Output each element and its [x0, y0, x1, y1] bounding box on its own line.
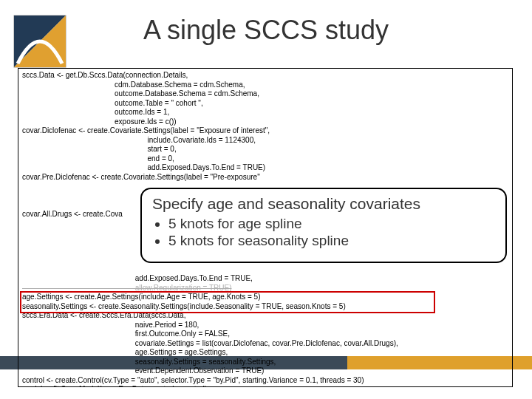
- code-line: start = 0,: [22, 145, 177, 153]
- callout-bullet: 5 knots for age spline: [168, 216, 495, 232]
- code-line: control <- create.Control(cv.Type = "aut…: [22, 376, 364, 384]
- callout-list: 5 knots for age spline 5 knots for seaso…: [152, 216, 495, 249]
- code-line: age.Settings = age.Settings,: [22, 348, 228, 356]
- code-line: first.Outcome.Only = FALSE,: [22, 330, 230, 338]
- code-line: naive.Period = 180,: [22, 321, 199, 329]
- code-line: include.Covariate.Ids = 1124300,: [22, 136, 256, 144]
- code-line-struck: allow.Regularization = TRUE): [22, 284, 232, 292]
- code-line: covar.Diclofenac <- create.Covariate.Set…: [22, 126, 270, 134]
- code-line: add.Exposed.Days.To.End = TRUE): [22, 163, 265, 171]
- code-line: seasonality.Settings = seasonality.Setti…: [22, 358, 276, 366]
- code-line: exposure.Ids = c()): [22, 117, 177, 126]
- code-line: covariate.Settings = list(covar.Diclofen…: [22, 339, 398, 347]
- slide-title: A single SCCS study: [0, 15, 532, 46]
- code-line: covar.All.Drugs <- create.Cova: [22, 210, 123, 218]
- callout-bullet: 5 knots for seasonality spline: [168, 233, 495, 249]
- callout-heading: Specify age and seasonality covariates: [152, 195, 495, 213]
- code-line: covar.Pre.Diclofenac <- create.Covariate…: [22, 173, 260, 181]
- code-line: outcome.Table = " cohort ",: [22, 99, 203, 107]
- code-line: add.Exposed.Days.To.End = TRUE,: [22, 274, 253, 282]
- callout-box: Specify age and seasonality covariates 5…: [140, 188, 507, 263]
- highlight-rectangle: [20, 291, 435, 313]
- code-line: cdm.Database.Schema = cdm.Schema,: [22, 81, 245, 89]
- code-line: outcome.Ids = 1,: [22, 108, 169, 116]
- code-line: model <- fit.Sccs.Model(sccs.Era.Data, c…: [22, 385, 207, 387]
- code-line: end = 0,: [22, 154, 174, 163]
- code-line: sccs.Data <- get.Db.Sccs.Data(connection…: [22, 71, 188, 79]
- code-line: event.Dependent.Observation = TRUE): [22, 366, 264, 375]
- code-line: outcome.Database.Schema = cdm.Schema,: [22, 89, 259, 98]
